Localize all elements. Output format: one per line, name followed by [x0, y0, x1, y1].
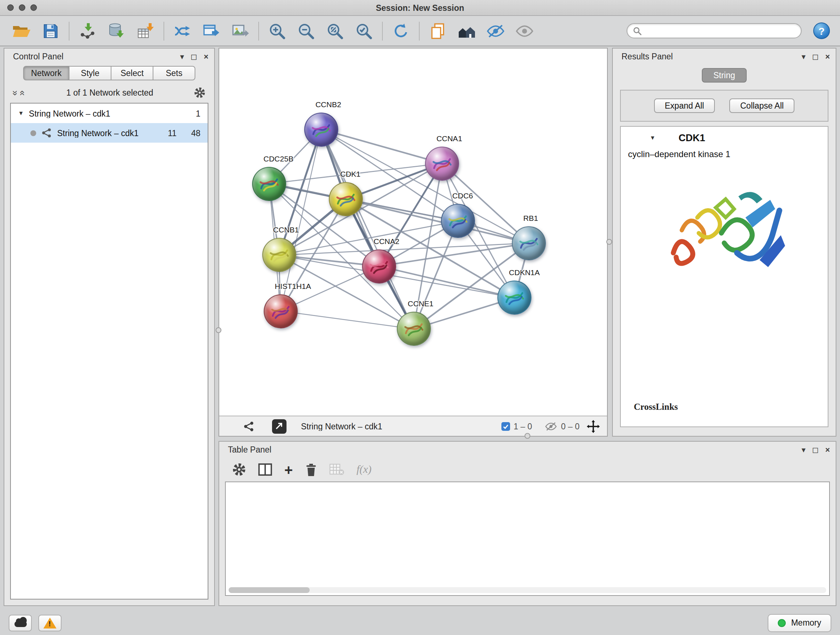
network-collection-row[interactable]: ▼ String Network – cdk1 1	[11, 103, 208, 123]
panel-menu-icon[interactable]: ▾	[802, 52, 806, 60]
network-title: String Network – cdk1	[301, 422, 488, 431]
memory-button[interactable]: Memory	[768, 614, 831, 632]
network-edge[interactable]	[321, 129, 414, 329]
vertical-splitter-handle[interactable]	[606, 239, 612, 245]
panel-menu-icon[interactable]: ▾	[180, 52, 184, 60]
close-window-button[interactable]	[7, 4, 14, 11]
import-table-from-file-button[interactable]	[131, 18, 160, 44]
node-label-RB1: RB1	[523, 213, 538, 222]
zoom-out-button[interactable]	[292, 18, 321, 44]
scrollbar-thumb[interactable]	[229, 587, 309, 593]
expander-icon[interactable]: ▼	[650, 135, 655, 141]
network-node-CCNA1[interactable]	[425, 146, 459, 180]
panel-close-icon[interactable]: ×	[825, 446, 830, 454]
panel-close-icon[interactable]: ×	[204, 52, 208, 60]
help-button[interactable]: ?	[813, 22, 830, 39]
results-content: ▼ CDK1 cyclin–dependent kinase 1	[620, 126, 829, 427]
tab-string[interactable]: String	[702, 68, 747, 82]
add-column-button[interactable]: +	[284, 462, 293, 477]
results-panel: Results Panel ▾ ◻ × String Expand All Co…	[612, 48, 836, 437]
minimize-window-button[interactable]	[19, 4, 25, 11]
table-panel-title: Table Panel	[228, 445, 802, 454]
panel-float-icon[interactable]: ◻	[812, 446, 819, 454]
network-node-CCNB2[interactable]	[304, 112, 338, 146]
protein-structure-image	[653, 166, 795, 294]
table-settings-button[interactable]	[232, 463, 246, 477]
control-panel-title: Control Panel	[13, 52, 180, 61]
protein-thumbnail	[363, 250, 396, 282]
network-glyph-icon[interactable]	[243, 420, 255, 432]
gene-section-header[interactable]: ▼ CDK1	[621, 127, 828, 148]
network-node-CCNB1[interactable]	[262, 238, 296, 272]
export-table-button[interactable]	[197, 18, 226, 44]
selected-checkbox-icon[interactable]	[501, 422, 510, 431]
memory-status-dot	[778, 619, 786, 627]
export-image-button[interactable]	[226, 18, 255, 44]
horizontal-splitter-handle[interactable]	[524, 433, 531, 439]
documents-button[interactable]	[423, 18, 452, 44]
refresh-icon	[392, 22, 409, 40]
open-in-new-button[interactable]	[272, 419, 286, 433]
network-node-CDKN1A[interactable]	[498, 281, 532, 315]
panel-float-icon[interactable]: ◻	[812, 52, 819, 60]
maximize-window-button[interactable]	[30, 4, 37, 11]
open-session-button[interactable]	[7, 18, 36, 44]
expander-icon[interactable]: ▼	[18, 110, 24, 117]
zoom-in-button[interactable]	[263, 18, 292, 44]
tab-select[interactable]: Select	[111, 66, 153, 80]
pan-crosshair-icon[interactable]	[587, 420, 600, 432]
network-tree: ▼ String Network – cdk1 1 String Network…	[10, 103, 208, 600]
warnings-button[interactable]	[38, 614, 62, 631]
network-node-HIST1H1A[interactable]	[264, 294, 297, 328]
zoom-fit-button[interactable]	[321, 18, 349, 44]
tab-sets[interactable]: Sets	[153, 66, 195, 80]
network-edge[interactable]	[321, 129, 442, 163]
show-columns-button[interactable]	[258, 463, 272, 476]
window-controls	[7, 4, 37, 11]
hidden-eye-icon[interactable]	[545, 421, 557, 431]
import-network-from-file-button[interactable]	[73, 18, 102, 44]
panel-float-icon[interactable]: ◻	[191, 52, 197, 60]
show-graphics-details-button[interactable]	[510, 18, 539, 44]
network-node-CDK1[interactable]	[329, 182, 363, 217]
application-window: Session: New Session	[0, 0, 840, 635]
delete-column-button[interactable]	[305, 463, 317, 476]
collapse-all-button[interactable]: Collapse All	[729, 98, 794, 113]
delete-table-button[interactable]	[329, 463, 344, 476]
network-node-CDC6[interactable]	[441, 204, 475, 238]
export-network-button[interactable]	[168, 18, 197, 44]
cloud-status-button[interactable]	[9, 614, 32, 631]
expand-all-button[interactable]: Expand All	[654, 98, 715, 113]
network-node-RB1[interactable]	[512, 226, 546, 260]
grid-view-icon[interactable]	[226, 421, 236, 431]
network-row[interactable]: String Network – cdk1 11 48	[11, 123, 208, 143]
zoom-selected-button[interactable]	[349, 18, 378, 44]
vertical-splitter-handle[interactable]	[216, 327, 221, 333]
tab-style[interactable]: Style	[69, 66, 111, 80]
protein-thumbnail	[264, 295, 297, 327]
expand-all-icon[interactable]: «	[19, 90, 28, 95]
protein-thumbnail	[499, 282, 531, 314]
network-node-CCNA2[interactable]	[363, 249, 396, 283]
panel-close-icon[interactable]: ×	[825, 52, 830, 60]
image-icon	[232, 22, 249, 40]
node-label-CCNA2: CCNA2	[374, 236, 399, 245]
network-canvas[interactable]: CCNB2CCNA1CDC25BCDK1CDC6RB1CCNB1CCNA2CDK…	[219, 49, 607, 416]
birdseye-view-button[interactable]	[452, 18, 481, 44]
import-network-from-database-button[interactable]	[102, 18, 131, 44]
panel-menu-icon[interactable]: ▾	[802, 446, 806, 454]
network-node-CCNE1[interactable]	[396, 312, 431, 346]
tab-network[interactable]: Network	[23, 66, 69, 80]
upper-region: CCNB2CCNA1CDC25BCDK1CDC6RB1CCNB1CCNA2CDK…	[218, 48, 836, 437]
search-box[interactable]	[627, 23, 802, 38]
save-session-button[interactable]	[36, 18, 65, 44]
hide-graphics-details-button[interactable]	[481, 18, 510, 44]
search-input[interactable]	[642, 27, 795, 35]
horizontal-scrollbar[interactable]	[229, 587, 826, 593]
function-builder-button[interactable]: f(x)	[356, 463, 371, 476]
network-edge[interactable]	[280, 311, 414, 329]
network-node-CDC25B[interactable]	[252, 166, 286, 201]
gear-icon[interactable]	[194, 87, 205, 98]
import-table-icon	[137, 22, 154, 40]
refresh-view-button[interactable]	[386, 18, 415, 44]
